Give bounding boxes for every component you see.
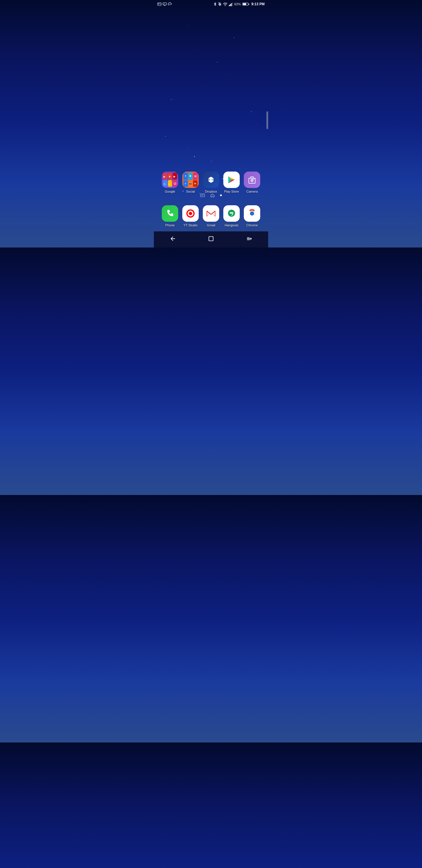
dock-chrome[interactable]: Chrome bbox=[243, 205, 261, 227]
svg-rect-19 bbox=[254, 179, 254, 180]
page-indicators bbox=[154, 193, 268, 198]
svg-point-16 bbox=[195, 176, 196, 177]
svg-rect-14 bbox=[174, 183, 176, 184]
yt-studio-icon[interactable] bbox=[182, 205, 199, 222]
play-store-icon[interactable] bbox=[223, 172, 240, 188]
hangouts-icon[interactable] bbox=[223, 205, 240, 222]
signal-icon bbox=[229, 2, 233, 6]
image-icon bbox=[157, 2, 161, 6]
dock-gmail[interactable]: Gmail bbox=[202, 205, 220, 227]
dock-chrome-label: Chrome bbox=[246, 223, 258, 227]
wifi-icon bbox=[223, 2, 227, 6]
phone-icon[interactable] bbox=[162, 205, 178, 222]
dock-phone-label: Phone bbox=[165, 223, 175, 227]
nav-recents-button[interactable] bbox=[205, 233, 217, 245]
svg-rect-34 bbox=[209, 237, 213, 241]
svg-text:★: ★ bbox=[168, 183, 170, 185]
status-right-icons: 62% 9:13 PM bbox=[214, 2, 265, 6]
app-dropbox[interactable]: Dropbox bbox=[202, 172, 220, 193]
app-camera[interactable]: Camera bbox=[243, 172, 261, 193]
svg-rect-4 bbox=[229, 5, 230, 6]
svg-rect-26 bbox=[207, 211, 215, 216]
svg-rect-20 bbox=[200, 194, 204, 197]
app-row-1: ▶ ▶ ▶ G ★ bbox=[160, 172, 262, 193]
svg-rect-7 bbox=[232, 2, 233, 6]
home-indicator-icon bbox=[210, 193, 215, 198]
dock-phone[interactable]: Phone bbox=[161, 205, 179, 227]
svg-text:G: G bbox=[164, 183, 165, 185]
gmail-icon[interactable] bbox=[203, 205, 219, 222]
edge-panel-tab[interactable] bbox=[266, 112, 268, 129]
app-social-folder[interactable]: f 💬 F 📷 ▶ bbox=[182, 172, 199, 193]
app-grid: ▶ ▶ ▶ G ★ bbox=[154, 172, 268, 193]
dock-hangouts-label: Hangouts bbox=[225, 223, 238, 227]
app-google-folder[interactable]: ▶ ▶ ▶ G ★ bbox=[161, 172, 179, 193]
svg-point-28 bbox=[230, 213, 231, 213]
svg-text:▶: ▶ bbox=[173, 175, 175, 178]
dock: Phone YT Studio Gmail bbox=[154, 202, 268, 230]
svg-point-30 bbox=[232, 213, 233, 213]
app-play-store[interactable]: Play Store bbox=[223, 172, 240, 193]
svg-rect-6 bbox=[231, 3, 232, 6]
google-folder-icon[interactable]: ▶ ▶ ▶ G ★ bbox=[162, 172, 178, 188]
svg-point-18 bbox=[252, 180, 253, 181]
nav-menu-button[interactable] bbox=[243, 233, 255, 245]
svg-point-3 bbox=[225, 6, 225, 6]
recents-indicator-icon bbox=[200, 193, 205, 197]
social-folder-icon[interactable]: f 💬 F 📷 ▶ bbox=[182, 172, 199, 188]
svg-point-32 bbox=[250, 211, 254, 216]
screen-icon bbox=[163, 2, 167, 6]
dock-yt-studio-label: YT Studio bbox=[184, 223, 197, 227]
nav-back-button[interactable] bbox=[167, 233, 179, 245]
cloud-icon bbox=[168, 2, 172, 6]
battery-percentage: 62% bbox=[234, 2, 241, 6]
page-dot-1 bbox=[220, 194, 222, 196]
battery-icon bbox=[242, 3, 249, 6]
mute-icon bbox=[218, 2, 222, 6]
status-left-icons bbox=[157, 2, 214, 6]
bluetooth-icon bbox=[214, 2, 217, 6]
status-bar: 62% 9:13 PM bbox=[154, 0, 268, 8]
svg-rect-5 bbox=[230, 4, 231, 6]
dock-gmail-label: Gmail bbox=[207, 223, 216, 227]
dropbox-icon[interactable] bbox=[203, 172, 219, 188]
status-time: 9:13 PM bbox=[252, 2, 265, 6]
svg-text:▶: ▶ bbox=[164, 175, 166, 178]
svg-point-29 bbox=[231, 213, 232, 213]
chrome-icon[interactable] bbox=[244, 205, 260, 222]
camera-icon[interactable] bbox=[244, 172, 260, 188]
dock-yt-studio[interactable]: YT Studio bbox=[182, 205, 199, 227]
nav-bar bbox=[154, 231, 268, 248]
dock-hangouts[interactable]: Hangouts bbox=[223, 205, 240, 227]
